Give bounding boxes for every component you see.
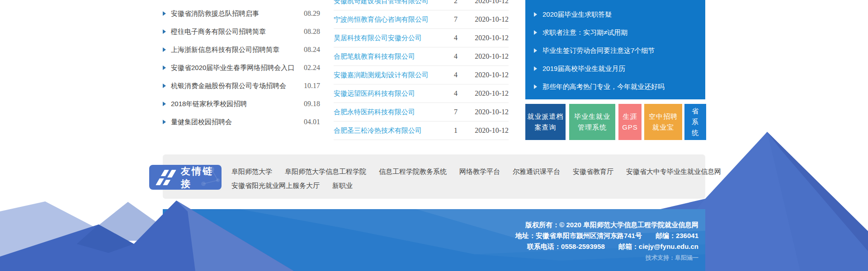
company-link[interactable]: 安徽凯奇建设项目管理有限公司 [334,0,443,5]
news-title[interactable]: 2018年链家秋季校园招聘 [171,100,304,108]
bullet-arrow-icon [163,65,166,70]
graduate-employment-system-button[interactable]: 毕业生就业管理系统 [569,104,615,140]
friendly-links-band: 阜阳师范大学 阜阳师范大学信息工程学院 信息工程学院教务系统 网络教学平台 尔雅… [163,154,705,199]
news-date: 09.18 [304,100,320,108]
news-date: 10.17 [304,82,320,90]
friendly-link[interactable]: 安徽省教育厅 [573,168,613,176]
friendly-links-logo-box: 友情链接 [149,165,222,190]
tip-item[interactable]: 2020届毕业生求职答疑 [525,5,705,23]
company-count: 4 [443,52,469,61]
air-recruitment-button[interactable]: 空中招聘就业宝 [644,104,682,140]
bullet-arrow-icon [534,12,537,17]
tip-link[interactable]: 那些年的高考热门专业，今年就业还好吗 [542,83,665,91]
news-title[interactable]: 量健集团校园招聘会 [171,118,304,126]
molecule-decoration [190,165,222,190]
company-link[interactable]: 昊居科技有限公司安徽分公司 [334,34,443,42]
news-date: 08.29 [304,9,320,18]
company-count: 7 [443,108,469,116]
friendly-link[interactable]: 阜阳师范大学 [231,168,272,176]
table-row[interactable]: 合肥圣三松冷热技术有限公司 1 2020-10-12 [334,121,509,140]
career-gps-button[interactable]: 生涯GPS [618,104,642,140]
news-item[interactable]: 杭银消费金融股份有限公司专场招聘会 10.17 [163,77,320,95]
news-date: 02.24 [304,64,320,72]
table-row[interactable]: 安徽嘉润勘测规划设计有限公司 4 2020-10-12 [334,66,509,84]
table-row[interactable]: 合肥笔航教育科技有限公司 4 2020-10-12 [334,47,509,66]
friendly-link[interactable]: 新职业 [332,182,353,190]
button-label: 空中招聘就业宝 [649,111,678,133]
tip-link[interactable]: 2020届毕业生求职答疑 [542,10,612,19]
news-title[interactable]: 上海浙新信息科技有限公司招聘简章 [171,46,304,54]
table-row[interactable]: 安徽远望医药科技有限公司 4 2020-10-12 [334,84,509,103]
tip-item[interactable]: 毕业生签订劳动合同要注意这7个细节 [525,42,705,60]
company-link[interactable]: 安徽远望医药科技有限公司 [334,89,443,98]
double-slash-logo-icon [156,169,176,186]
tip-link[interactable]: 2019届高校毕业生就业月历 [542,65,625,73]
footer-postcode: 邮编：236041 [656,232,698,239]
friendly-link[interactable]: 网络教学平台 [459,168,500,176]
news-item[interactable]: 上海浙新信息科技有限公司招聘简章 08.24 [163,41,320,59]
button-label: 省系统 [692,106,699,138]
company-date: 2020-10-12 [469,15,509,23]
button-label: 就业派遣档案查询 [528,111,564,133]
friendly-link[interactable]: 安徽省大中专毕业生就业信息网 [626,168,721,176]
footer-address: 地址：安徽省阜阳市颍州区清河东路741号 [515,232,642,239]
footer-tech-support: 技术支持：阜阳涵一 [515,252,698,263]
company-count: 7 [443,15,469,23]
news-title[interactable]: 橙往电子商务有限公司招聘简章 [171,28,304,36]
news-title[interactable]: 安徽省2020届毕业生春季网络招聘会入口 [171,64,304,72]
friendly-links-row-2: 安徽省阳光就业网上服务大厅 新职业 [231,179,734,193]
company-count: 2 [443,0,469,5]
bullet-arrow-icon [534,84,537,89]
table-row[interactable]: 安徽凯奇建设项目管理有限公司 2 2020-10-12 [334,0,509,10]
news-title[interactable]: 安徽省消防救援总队招聘启事 [171,9,304,18]
footer-email: 邮箱：ciejy@fynu.edu.cn [618,243,698,250]
company-link[interactable]: 合肥笔航教育科技有限公司 [334,52,443,61]
company-count: 4 [443,34,469,42]
news-item[interactable]: 2018年链家秋季校园招聘 09.18 [163,95,320,113]
tip-item[interactable]: 求职者注意：实习期≠试用期 [525,23,705,42]
friendly-link[interactable]: 安徽省阳光就业网上服务大厅 [231,182,320,190]
footer-address-line: 地址：安徽省阜阳市颍州区清河东路741号邮编：236041 [515,230,698,241]
news-date: 08.28 [304,28,320,36]
friendly-link[interactable]: 阜阳师范大学信息工程学院 [285,168,366,176]
bullet-arrow-icon [534,66,537,71]
friendly-link[interactable]: 尔雅通识课平台 [513,168,560,176]
company-date: 2020-10-12 [469,0,509,5]
company-date: 2020-10-12 [469,52,509,61]
company-link[interactable]: 合肥圣三松冷热技术有限公司 [334,126,443,135]
company-date: 2020-10-12 [469,89,509,98]
footer-copyright: 版权所有：© 2020 阜阳师范大学信息工程学院就业信息网 [515,220,698,230]
news-title[interactable]: 杭银消费金融股份有限公司专场招聘会 [171,82,304,90]
company-link[interactable]: 安徽嘉润勘测规划设计有限公司 [334,71,443,79]
footer-phone: 联系电话：0558-2593958 [527,243,605,250]
news-list: 安徽省消防救援总队招聘启事 08.29 橙往电子商务有限公司招聘简章 08.28… [163,0,320,131]
table-row[interactable]: 合肥永特医药科技有限公司 7 2020-10-12 [334,103,509,121]
bullet-arrow-icon [163,120,166,124]
tip-link[interactable]: 毕业生签订劳动合同要注意这7个细节 [542,47,655,55]
company-link[interactable]: 宁波尚恒教育信心咨询有限公司 [334,15,443,24]
province-system-button[interactable]: 省系统 [684,104,706,140]
dispatch-archive-query-button[interactable]: 就业派遣档案查询 [525,104,566,140]
friendly-link[interactable]: 信息工程学院教务系统 [379,168,447,176]
bullet-arrow-icon [163,47,166,52]
tip-item[interactable]: 那些年的高考热门专业，今年就业还好吗 [525,78,705,96]
table-row[interactable]: 宁波尚恒教育信心咨询有限公司 7 2020-10-12 [334,10,509,29]
company-date: 2020-10-12 [469,34,509,42]
company-count: 1 [443,126,469,135]
button-label: 毕业生就业管理系统 [574,111,610,133]
footer-contact-line: 联系电话：0558-2593958邮箱：ciejy@fynu.edu.cn [515,241,698,252]
company-link[interactable]: 合肥永特医药科技有限公司 [334,108,443,117]
news-item[interactable]: 安徽省2020届毕业生春季网络招聘会入口 02.24 [163,59,320,77]
friendly-links-row-1: 阜阳师范大学 阜阳师范大学信息工程学院 信息工程学院教务系统 网络教学平台 尔雅… [231,165,734,179]
news-item[interactable]: 橙往电子商务有限公司招聘简章 08.28 [163,23,320,41]
button-label: 生涯GPS [618,111,642,133]
news-item[interactable]: 安徽省消防救援总队招聘启事 08.29 [163,5,320,23]
tip-link[interactable]: 求职者注意：实习期≠试用期 [542,28,627,37]
table-row[interactable]: 昊居科技有限公司安徽分公司 4 2020-10-12 [334,29,509,47]
tip-item[interactable]: 2019届高校毕业生就业月历 [525,60,705,78]
bullet-arrow-icon [163,84,166,88]
bullet-arrow-icon [163,29,166,34]
company-count: 4 [443,89,469,98]
news-item[interactable]: 量健集团校园招聘会 04.01 [163,113,320,131]
bullet-arrow-icon [163,102,166,106]
